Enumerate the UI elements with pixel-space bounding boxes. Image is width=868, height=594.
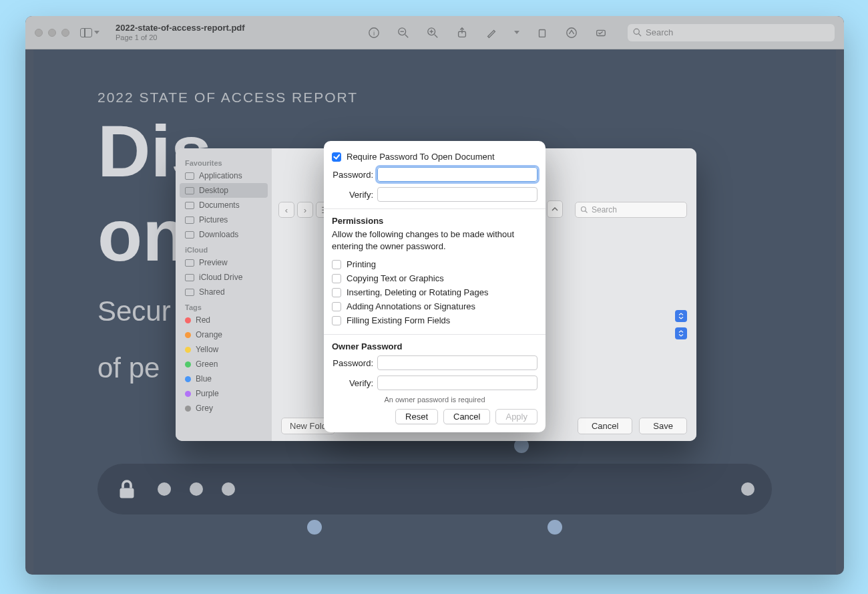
info-icon[interactable]: i bbox=[367, 26, 381, 39]
footer-dot bbox=[741, 482, 754, 496]
permission-label: Copying Text or Graphics bbox=[347, 273, 444, 283]
sidebar-item-label: Orange bbox=[196, 330, 222, 339]
sidebar-item-label: Desktop bbox=[199, 186, 228, 195]
sidebar-tag-blue[interactable]: Blue bbox=[180, 372, 268, 386]
form-icon[interactable] bbox=[594, 26, 608, 39]
toolbar-icons: i bbox=[367, 26, 608, 39]
sidebar-item-preview[interactable]: Preview bbox=[180, 255, 268, 270]
save-sidebar: Favourites ApplicationsDesktopDocumentsP… bbox=[176, 148, 272, 441]
owner-password-note: An owner password is required bbox=[332, 396, 537, 404]
permissions-title: Permissions bbox=[332, 216, 537, 226]
folder-icon bbox=[185, 202, 194, 209]
sidebar-item-documents[interactable]: Documents bbox=[180, 198, 268, 212]
sidebar-tag-grey[interactable]: Grey bbox=[180, 401, 268, 416]
open-verify-field[interactable] bbox=[377, 187, 537, 202]
svg-rect-11 bbox=[539, 29, 546, 37]
nav-back-button[interactable]: ‹ bbox=[278, 202, 294, 218]
sidebar-item-label: iCloud Drive bbox=[199, 273, 242, 282]
permission-checkbox[interactable] bbox=[332, 260, 341, 269]
require-password-checkbox[interactable] bbox=[332, 152, 341, 162]
folder-icon bbox=[185, 274, 194, 281]
save-cancel-button[interactable]: Cancel bbox=[578, 418, 632, 434]
permission-checkbox[interactable] bbox=[332, 288, 341, 297]
footer-dot bbox=[222, 482, 235, 496]
open-password-field[interactable] bbox=[377, 167, 537, 182]
folder-icon bbox=[185, 216, 194, 224]
zoom-window-icon[interactable] bbox=[61, 29, 69, 37]
lock-icon bbox=[115, 477, 139, 501]
search-icon bbox=[580, 206, 588, 214]
search-placeholder: Search bbox=[646, 27, 673, 37]
permission-checkbox[interactable] bbox=[332, 274, 341, 283]
svg-point-14 bbox=[634, 29, 639, 34]
nav-collapse-button[interactable] bbox=[547, 200, 563, 218]
tag-color-icon bbox=[185, 332, 191, 338]
search-icon bbox=[633, 28, 642, 37]
sidebar-tag-red[interactable]: Red bbox=[180, 313, 268, 327]
share-icon[interactable] bbox=[455, 26, 469, 39]
svg-line-3 bbox=[405, 34, 409, 37]
chevron-down-icon bbox=[94, 31, 99, 34]
folder-icon bbox=[185, 289, 194, 296]
document-title: 2022-state-of-access-report.pdf bbox=[116, 23, 245, 33]
minimize-window-icon[interactable] bbox=[48, 29, 56, 37]
document-eyebrow: 2022 STATE OF ACCESS REPORT bbox=[97, 90, 772, 106]
sidebar-tag-purple[interactable]: Purple bbox=[180, 386, 268, 401]
svg-point-17 bbox=[582, 207, 586, 212]
sidebar-toggle[interactable] bbox=[77, 25, 102, 40]
cancel-button[interactable]: Cancel bbox=[443, 409, 490, 424]
sidebar-item-shared[interactable]: Shared bbox=[180, 285, 268, 299]
sidebar-item-label: Purple bbox=[196, 389, 219, 398]
format-select[interactable] bbox=[675, 310, 687, 322]
permission-label: Printing bbox=[347, 259, 376, 269]
permission-checkbox[interactable] bbox=[332, 302, 341, 311]
page-info: Page 1 of 20 bbox=[116, 33, 245, 42]
quartz-select[interactable] bbox=[675, 327, 687, 339]
rotate-icon[interactable] bbox=[535, 26, 549, 39]
permission-label: Filling Existing Form Fields bbox=[347, 315, 450, 325]
sidebar-item-label: Red bbox=[196, 315, 210, 325]
apply-button[interactable]: Apply bbox=[495, 409, 537, 424]
sidebar-item-icloud-drive[interactable]: iCloud Drive bbox=[180, 270, 268, 285]
sidebar-item-applications[interactable]: Applications bbox=[180, 168, 268, 183]
sidebar-item-desktop[interactable]: Desktop bbox=[180, 183, 268, 198]
svg-line-18 bbox=[586, 211, 588, 213]
save-confirm-button[interactable]: Save bbox=[639, 418, 687, 434]
zoom-out-icon[interactable] bbox=[397, 26, 410, 39]
sidebar-item-label: Blue bbox=[196, 374, 212, 384]
sidebar-group-icloud: iCloud bbox=[180, 242, 268, 255]
chevron-down-icon[interactable] bbox=[514, 31, 519, 34]
tag-color-icon bbox=[185, 406, 191, 412]
toolbar-search[interactable]: Search bbox=[628, 24, 835, 41]
svg-line-15 bbox=[639, 34, 642, 37]
svg-point-12 bbox=[567, 27, 576, 37]
open-password-label: Password: bbox=[332, 170, 373, 180]
owner-verify-field[interactable] bbox=[377, 376, 537, 390]
sidebar-tag-yellow[interactable]: Yellow bbox=[180, 342, 268, 357]
permission-row: Filling Existing Form Fields bbox=[332, 313, 537, 327]
permission-checkbox[interactable] bbox=[332, 316, 341, 325]
tag-color-icon bbox=[185, 391, 191, 397]
markup-icon[interactable] bbox=[565, 26, 578, 39]
reset-button[interactable]: Reset bbox=[395, 409, 438, 424]
highlight-icon[interactable] bbox=[485, 26, 498, 39]
sidebar-item-pictures[interactable]: Pictures bbox=[180, 212, 268, 227]
title-block: 2022-state-of-access-report.pdf Page 1 o… bbox=[116, 23, 245, 42]
sidebar-item-label: Documents bbox=[199, 200, 240, 210]
owner-password-field[interactable] bbox=[377, 355, 537, 370]
save-search[interactable]: Search bbox=[575, 202, 687, 218]
sidebar-item-label: Applications bbox=[199, 171, 242, 180]
close-window-icon[interactable] bbox=[35, 29, 43, 37]
permission-label: Inserting, Deleting or Rotating Pages bbox=[347, 287, 488, 297]
sidebar-group-tags: Tags bbox=[180, 299, 268, 313]
permission-row: Copying Text or Graphics bbox=[332, 271, 537, 285]
nav-forward-button[interactable]: › bbox=[297, 202, 313, 218]
tag-color-icon bbox=[185, 317, 191, 323]
zoom-in-icon[interactable] bbox=[426, 26, 439, 39]
sidebar-tag-green[interactable]: Green bbox=[180, 357, 268, 372]
sidebar-item-label: Yellow bbox=[196, 345, 218, 354]
sidebar-tag-orange[interactable]: Orange bbox=[180, 327, 268, 342]
accent-dot bbox=[307, 520, 322, 535]
sidebar-item-downloads[interactable]: Downloads bbox=[180, 227, 268, 242]
window-controls bbox=[35, 29, 69, 37]
